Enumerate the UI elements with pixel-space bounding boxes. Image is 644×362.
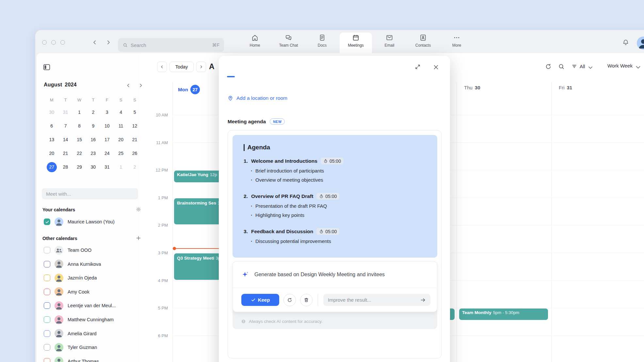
calendar-checkbox[interactable] — [44, 344, 50, 351]
mini-calendar-day[interactable]: 13 — [45, 133, 58, 146]
mini-calendar-day[interactable]: 8 — [72, 119, 86, 133]
calendar-row[interactable]: Leentje van der Meul... — [37, 299, 140, 312]
add-location-link[interactable]: Add a location or room — [227, 95, 287, 101]
mini-calendar-day[interactable]: 31 — [58, 105, 72, 119]
keep-button[interactable]: Keep — [241, 294, 279, 306]
calendar-row[interactable]: Matthew Cunningham — [37, 313, 140, 326]
mini-calendar-day[interactable]: 25 — [114, 146, 128, 160]
calendar-checkbox[interactable] — [44, 289, 50, 295]
app-tab[interactable]: Team Chat — [272, 30, 305, 53]
calendar-event[interactable]: Team Monthly 5pm - 5:30pm — [459, 309, 548, 320]
mini-calendar-day[interactable]: 30 — [45, 105, 58, 119]
bullet-text: Discussing potential improvements — [255, 237, 331, 246]
calendar-row[interactable]: Maurice Lawson (You) — [37, 215, 140, 229]
calendar-prev-button[interactable] — [157, 62, 167, 72]
mini-calendar-day[interactable]: 15 — [72, 133, 86, 146]
screen: { "topbar": { "search": { "placeholder":… — [0, 0, 644, 362]
mini-calendar-day[interactable]: 2 — [86, 105, 100, 119]
today-button[interactable]: Today — [169, 62, 194, 72]
calendar-row[interactable]: Jazmín Ojeda — [37, 271, 140, 285]
calendar-search-icon[interactable] — [558, 63, 565, 70]
window-zoom-button[interactable] — [60, 40, 65, 45]
sidebar-toggle-icon[interactable] — [42, 63, 51, 71]
calendar-checkbox[interactable] — [44, 247, 50, 253]
refresh-icon[interactable] — [545, 63, 552, 70]
mini-calendar-day[interactable]: 11 — [114, 119, 128, 133]
mini-calendar-day[interactable]: 14 — [58, 133, 72, 146]
calendar-name: Team OOO — [68, 248, 91, 253]
meet-with-input[interactable]: Meet with... — [42, 188, 138, 199]
mini-calendar-day[interactable]: 20 — [114, 133, 128, 146]
mini-calendar-day[interactable]: 9 — [86, 119, 100, 133]
mini-calendar-day[interactable]: 3 — [100, 105, 114, 119]
calendar-row[interactable]: Amelia Girard — [37, 327, 140, 340]
mini-calendar-day[interactable]: 5 — [128, 105, 141, 119]
close-icon[interactable] — [433, 64, 439, 70]
calendar-checkbox[interactable] — [44, 316, 50, 323]
calendar-next-button[interactable] — [196, 62, 206, 72]
mini-calendar-day[interactable]: 16 — [86, 133, 100, 146]
history-forward-button[interactable] — [105, 39, 112, 46]
duration-chip[interactable]: 05:00 — [316, 228, 339, 235]
mini-calendar-day[interactable]: 1 — [72, 105, 86, 119]
app-tab[interactable]: Home — [238, 30, 272, 53]
history-back-button[interactable] — [91, 39, 98, 46]
add-calendar-icon[interactable] — [136, 235, 141, 241]
calendar-settings-gear-icon[interactable] — [136, 206, 141, 212]
notifications-bell-icon[interactable] — [622, 39, 629, 46]
agenda-editor[interactable]: Agenda 1. Welcome and Introductions 05:0… — [233, 135, 437, 258]
mini-calendar-day[interactable]: 2 — [128, 160, 141, 174]
app-tab[interactable]: More — [440, 30, 474, 53]
submit-arrow-icon[interactable] — [420, 297, 426, 303]
calendar-row[interactable]: Anna Kurnikova — [37, 257, 140, 271]
duration-chip[interactable]: 05:00 — [321, 158, 344, 164]
user-avatar[interactable] — [637, 37, 644, 50]
mini-calendar-day[interactable]: 17 — [100, 133, 114, 146]
mini-calendar-day[interactable]: 6 — [45, 119, 58, 133]
app-tab[interactable]: Docs — [305, 30, 339, 53]
mini-calendar-day[interactable]: 31 — [100, 160, 114, 174]
calendar-checkbox[interactable] — [44, 261, 50, 267]
view-mode-dropdown[interactable]: Work Week — [607, 63, 639, 68]
calendar-row[interactable]: Arthur Thomas — [37, 354, 140, 362]
mini-calendar-day[interactable]: 23 — [86, 146, 100, 160]
global-search-input[interactable]: Search ⌘F — [118, 38, 224, 52]
app-tab[interactable]: Email — [373, 30, 406, 53]
calendar-row[interactable]: Amy Cook — [37, 285, 140, 299]
regenerate-button[interactable] — [283, 294, 296, 306]
mini-calendar-day[interactable]: 22 — [72, 146, 86, 160]
mini-calendar-day[interactable]: 21 — [58, 146, 72, 160]
mini-calendar-day[interactable]: 29 — [72, 160, 86, 174]
duration-chip[interactable]: 05:00 — [316, 193, 339, 200]
expand-icon[interactable] — [414, 64, 421, 70]
mini-calendar-day[interactable]: 30 — [86, 160, 100, 174]
mini-calendar-day[interactable]: 1 — [114, 160, 128, 174]
app-tab[interactable]: Meetings — [339, 30, 373, 53]
mini-calendar-day[interactable]: 12 — [128, 119, 141, 133]
calendar-checkbox[interactable] — [44, 358, 50, 362]
mini-calendar-day[interactable]: 20 — [45, 146, 58, 160]
mini-calendar-day[interactable]: 27 — [45, 160, 58, 174]
mini-calendar-day[interactable]: 4 — [114, 105, 128, 119]
discard-button[interactable] — [300, 294, 313, 306]
calendar-checkbox[interactable] — [44, 330, 50, 337]
calendar-checkbox[interactable] — [44, 275, 50, 281]
filter-dropdown[interactable]: All — [571, 63, 591, 69]
search-placeholder: Search — [131, 42, 209, 48]
window-close-button[interactable] — [42, 40, 47, 45]
calendar-row[interactable]: Tyler Guzman — [37, 340, 140, 354]
mini-calendar-day[interactable]: 24 — [100, 146, 114, 160]
calendar-checkbox[interactable] — [44, 302, 50, 309]
mini-calendar-day[interactable]: 28 — [58, 160, 72, 174]
calendar-checkbox[interactable] — [44, 219, 50, 225]
app-tab[interactable]: Contacts — [406, 30, 440, 53]
mini-calendar-next-icon[interactable] — [138, 83, 144, 88]
calendar-row[interactable]: Team OOO — [37, 243, 140, 257]
mini-calendar-prev-icon[interactable] — [125, 83, 131, 88]
improve-input[interactable]: Improve the result... — [323, 294, 430, 306]
mini-calendar-day[interactable]: 10 — [100, 119, 114, 133]
mini-calendar-day[interactable]: 26 — [128, 146, 141, 160]
mini-calendar-day[interactable]: 7 — [58, 119, 72, 133]
mini-calendar-day[interactable]: 21 — [128, 133, 141, 146]
window-minimize-button[interactable] — [51, 40, 56, 45]
